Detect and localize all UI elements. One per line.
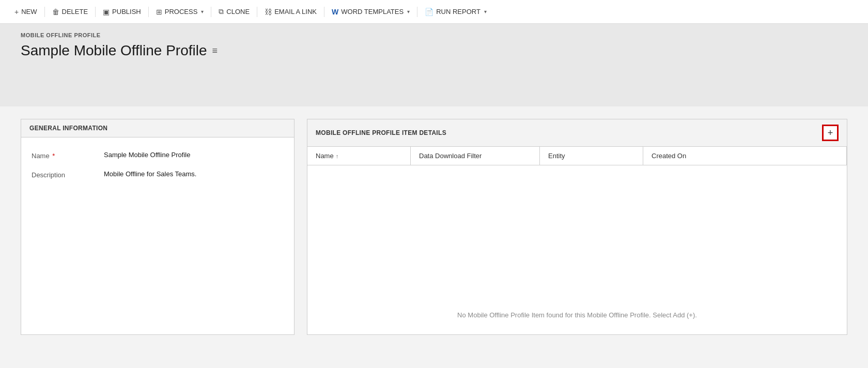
new-icon: + bbox=[14, 8, 19, 16]
col-filter: Data Download Filter bbox=[411, 147, 540, 165]
breadcrumb: MOBILE OFFLINE PROFILE bbox=[21, 32, 847, 38]
profile-items-panel: MOBILE OFFLINE PROFILE ITEM DETAILS + Na… bbox=[307, 119, 847, 335]
clone-icon: ⧉ bbox=[219, 7, 224, 16]
profile-items-title: MOBILE OFFLINE PROFILE ITEM DETAILS bbox=[316, 129, 446, 136]
separator-7 bbox=[417, 7, 417, 17]
delete-label: DELETE bbox=[62, 8, 88, 16]
publish-icon: ▣ bbox=[103, 8, 110, 16]
page-title-container: Sample Mobile Offline Profile ≡ bbox=[21, 42, 847, 59]
word-templates-label: WORD TEMPLATES bbox=[341, 8, 404, 16]
run-report-chevron: ▾ bbox=[484, 9, 487, 14]
new-button[interactable]: + NEW bbox=[8, 0, 43, 23]
general-info-body: Name * Sample Mobile Offline Profile Des… bbox=[21, 137, 294, 192]
name-required-indicator: * bbox=[52, 152, 55, 160]
profile-items-header: MOBILE OFFLINE PROFILE ITEM DETAILS + bbox=[307, 119, 847, 147]
main-content: GENERAL INFORMATION Name * Sample Mobile… bbox=[0, 106, 868, 347]
process-icon: ⊞ bbox=[156, 8, 162, 16]
add-item-button[interactable]: + bbox=[822, 125, 839, 141]
name-value: Sample Mobile Offline Profile bbox=[104, 151, 284, 159]
description-field-row: Description Mobile Offline for Sales Tea… bbox=[32, 165, 284, 184]
description-value: Mobile Offline for Sales Teams. bbox=[104, 170, 284, 178]
separator-6 bbox=[324, 7, 324, 17]
publish-button[interactable]: ▣ PUBLISH bbox=[97, 0, 147, 23]
email-link-label: EMAIL A LINK bbox=[274, 8, 317, 16]
page-title: Sample Mobile Offline Profile bbox=[21, 42, 207, 59]
col-name: Name ↑ bbox=[307, 147, 411, 165]
delete-button[interactable]: 🗑 DELETE bbox=[46, 0, 95, 23]
toolbar: + NEW 🗑 DELETE ▣ PUBLISH ⊞ PROCESS ▾ ⧉ C… bbox=[0, 0, 868, 24]
separator-5 bbox=[257, 7, 257, 17]
process-label: PROCESS bbox=[165, 8, 198, 16]
header-area: MOBILE OFFLINE PROFILE Sample Mobile Off… bbox=[0, 24, 868, 106]
description-label: Description bbox=[32, 170, 104, 179]
new-label: NEW bbox=[21, 8, 37, 16]
general-info-header: GENERAL INFORMATION bbox=[21, 119, 294, 137]
table-header: Name ↑ Data Download Filter Entity Creat… bbox=[307, 147, 847, 165]
separator-2 bbox=[95, 7, 96, 17]
email-link-icon: ⛓ bbox=[265, 8, 272, 16]
name-label: Name * bbox=[32, 151, 104, 160]
separator-4 bbox=[211, 7, 211, 17]
general-info-panel: GENERAL INFORMATION Name * Sample Mobile… bbox=[21, 119, 295, 335]
word-templates-chevron: ▾ bbox=[407, 9, 410, 14]
delete-icon: 🗑 bbox=[52, 8, 59, 16]
email-link-button[interactable]: ⛓ EMAIL A LINK bbox=[258, 0, 323, 23]
word-templates-icon: W bbox=[332, 8, 338, 16]
run-report-label: RUN REPORT bbox=[436, 8, 481, 16]
col-entity: Entity bbox=[540, 147, 643, 165]
name-field-row: Name * Sample Mobile Offline Profile bbox=[32, 146, 284, 165]
run-report-icon: 📄 bbox=[425, 8, 433, 16]
process-chevron: ▾ bbox=[201, 9, 204, 14]
run-report-button[interactable]: 📄 RUN REPORT ▾ bbox=[419, 0, 493, 23]
empty-state-message: No Mobile Offline Profile Item found for… bbox=[307, 165, 847, 334]
word-templates-button[interactable]: W WORD TEMPLATES ▾ bbox=[326, 0, 416, 23]
clone-label: CLONE bbox=[226, 8, 250, 16]
process-button[interactable]: ⊞ PROCESS ▾ bbox=[150, 0, 210, 23]
publish-label: PUBLISH bbox=[112, 8, 141, 16]
col-created: Created On bbox=[643, 147, 847, 165]
clone-button[interactable]: ⧉ CLONE bbox=[212, 0, 256, 23]
name-sort-icon: ↑ bbox=[336, 153, 339, 159]
separator-3 bbox=[148, 7, 149, 17]
separator-1 bbox=[44, 7, 45, 17]
hamburger-icon[interactable]: ≡ bbox=[212, 45, 218, 56]
